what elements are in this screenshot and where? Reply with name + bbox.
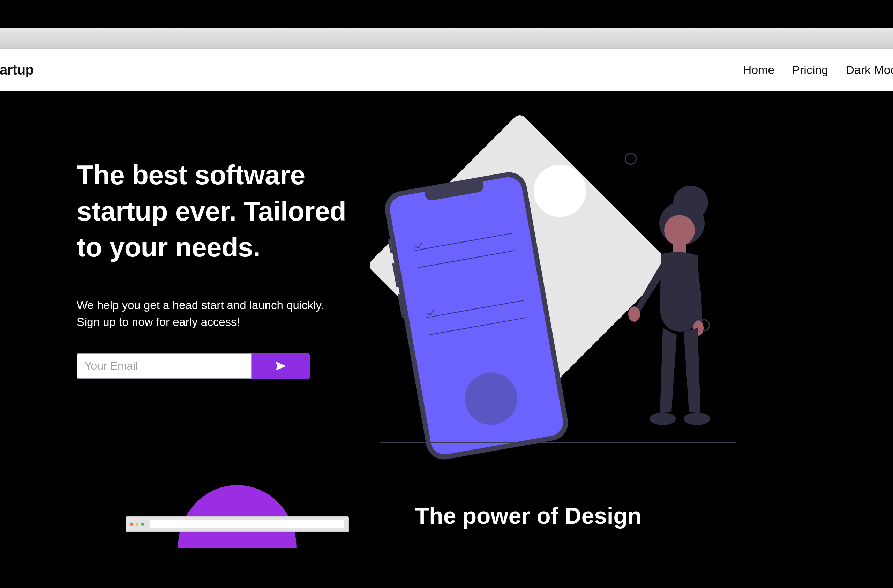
svg-point-4 bbox=[628, 307, 640, 322]
nav-links: Home Pricing Dark Mode: bbox=[743, 63, 893, 77]
nav-link-pricing[interactable]: Pricing bbox=[792, 63, 828, 77]
email-input[interactable] bbox=[77, 353, 252, 379]
hero-illustration bbox=[338, 147, 705, 433]
svg-point-7 bbox=[684, 412, 710, 425]
svg-point-6 bbox=[649, 412, 676, 425]
mini-window-dot bbox=[136, 523, 138, 526]
section-design-text: The power of Design bbox=[366, 502, 865, 529]
browser-titlebar bbox=[0, 28, 893, 49]
hero-title: The best software startup ever. Tailored… bbox=[77, 157, 349, 266]
submit-button[interactable] bbox=[252, 353, 310, 379]
svg-point-2 bbox=[664, 215, 695, 246]
illustration-ground-line bbox=[380, 442, 736, 443]
illustration-person bbox=[628, 182, 719, 433]
site-navbar: Startup Home Pricing Dark Mode: bbox=[0, 49, 893, 91]
hero-text-column: The best software startup ever. Tailored… bbox=[77, 147, 349, 433]
section-design-illustration bbox=[122, 502, 366, 572]
mini-window-dot bbox=[141, 523, 144, 526]
brand-logo[interactable]: Startup bbox=[0, 62, 34, 78]
nav-link-home[interactable]: Home bbox=[743, 63, 775, 77]
mini-urlbar bbox=[150, 520, 344, 528]
hero-section: The best software startup ever. Tailored… bbox=[0, 91, 893, 433]
illustration-mini-browser bbox=[126, 516, 349, 532]
illustration-circle bbox=[625, 153, 637, 165]
mini-window-dot bbox=[130, 523, 133, 526]
browser-frame: Startup Home Pricing Dark Mode: The best… bbox=[0, 28, 893, 572]
send-icon bbox=[275, 361, 286, 371]
illustration-moon bbox=[534, 165, 586, 217]
section-design-title: The power of Design bbox=[415, 502, 865, 529]
nav-link-dark-mode[interactable]: Dark Mode: bbox=[846, 63, 893, 77]
signup-form bbox=[77, 353, 310, 379]
hero-subtitle: We help you get a head start and launch … bbox=[77, 297, 349, 331]
